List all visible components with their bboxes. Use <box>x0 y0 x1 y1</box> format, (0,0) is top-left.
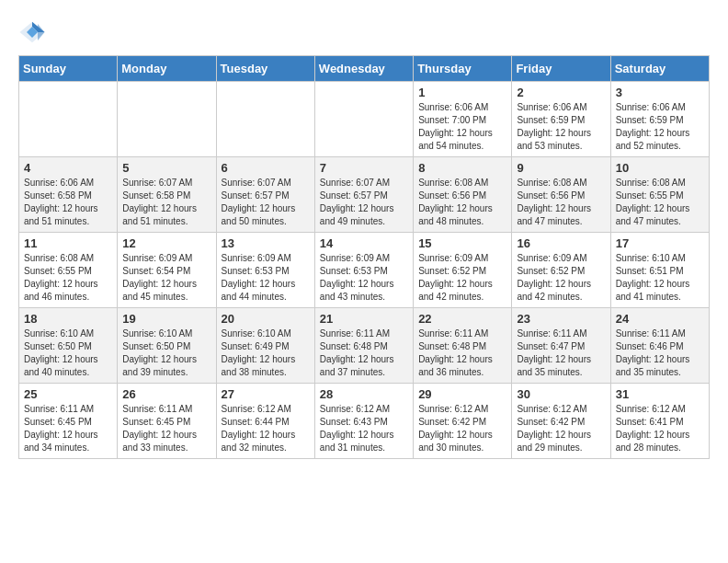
calendar-cell <box>216 82 314 157</box>
day-number: 15 <box>418 236 506 250</box>
cell-content: Sunrise: 6:11 AM Sunset: 6:45 PM Dayligh… <box>122 403 210 454</box>
calendar-week-5: 25Sunrise: 6:11 AM Sunset: 6:45 PM Dayli… <box>19 384 710 459</box>
calendar-cell: 17Sunrise: 6:10 AM Sunset: 6:51 PM Dayli… <box>610 233 709 308</box>
day-number: 11 <box>24 236 112 250</box>
day-number: 31 <box>616 387 704 401</box>
calendar-cell: 22Sunrise: 6:11 AM Sunset: 6:48 PM Dayli… <box>414 308 512 384</box>
day-number: 28 <box>320 387 408 401</box>
cell-content: Sunrise: 6:07 AM Sunset: 6:57 PM Dayligh… <box>222 177 310 228</box>
day-number: 7 <box>320 161 408 175</box>
calendar-cell: 2Sunrise: 6:06 AM Sunset: 6:59 PM Daylig… <box>512 82 610 157</box>
calendar-cell <box>314 82 413 157</box>
cell-content: Sunrise: 6:07 AM Sunset: 6:58 PM Dayligh… <box>122 177 210 228</box>
calendar-cell: 12Sunrise: 6:09 AM Sunset: 6:54 PM Dayli… <box>118 233 216 308</box>
day-number: 24 <box>616 312 704 326</box>
calendar-week-1: 1Sunrise: 6:06 AM Sunset: 7:00 PM Daylig… <box>19 82 710 157</box>
cell-content: Sunrise: 6:12 AM Sunset: 6:44 PM Dayligh… <box>222 403 310 454</box>
calendar-header: SundayMondayTuesdayWednesdayThursdayFrid… <box>19 56 710 82</box>
calendar-cell: 21Sunrise: 6:11 AM Sunset: 6:48 PM Dayli… <box>314 308 413 384</box>
cell-content: Sunrise: 6:09 AM Sunset: 6:52 PM Dayligh… <box>418 252 506 304</box>
header-cell-monday: Monday <box>118 56 216 82</box>
calendar-cell <box>118 82 216 157</box>
calendar-cell: 23Sunrise: 6:11 AM Sunset: 6:47 PM Dayli… <box>512 308 610 384</box>
page-container: SundayMondayTuesdayWednesdayThursdayFrid… <box>0 0 728 468</box>
day-number: 18 <box>24 312 112 326</box>
cell-content: Sunrise: 6:10 AM Sunset: 6:51 PM Dayligh… <box>616 252 704 304</box>
calendar-cell: 14Sunrise: 6:09 AM Sunset: 6:53 PM Dayli… <box>314 233 413 308</box>
day-number: 30 <box>517 387 605 401</box>
calendar-cell: 30Sunrise: 6:12 AM Sunset: 6:42 PM Dayli… <box>512 384 610 459</box>
day-number: 22 <box>418 312 506 326</box>
calendar-cell: 15Sunrise: 6:09 AM Sunset: 6:52 PM Dayli… <box>414 233 512 308</box>
day-number: 29 <box>418 387 506 401</box>
logo <box>18 18 48 46</box>
cell-content: Sunrise: 6:08 AM Sunset: 6:56 PM Dayligh… <box>517 177 605 228</box>
calendar-cell: 7Sunrise: 6:07 AM Sunset: 6:57 PM Daylig… <box>314 157 413 233</box>
header <box>18 18 710 46</box>
day-number: 6 <box>222 161 310 175</box>
cell-content: Sunrise: 6:09 AM Sunset: 6:52 PM Dayligh… <box>517 252 605 304</box>
calendar-cell: 16Sunrise: 6:09 AM Sunset: 6:52 PM Dayli… <box>512 233 610 308</box>
cell-content: Sunrise: 6:09 AM Sunset: 6:53 PM Dayligh… <box>222 252 310 304</box>
calendar-week-2: 4Sunrise: 6:06 AM Sunset: 6:58 PM Daylig… <box>19 157 710 233</box>
cell-content: Sunrise: 6:11 AM Sunset: 6:45 PM Dayligh… <box>24 403 112 454</box>
cell-content: Sunrise: 6:11 AM Sunset: 6:46 PM Dayligh… <box>616 327 704 379</box>
calendar-cell: 29Sunrise: 6:12 AM Sunset: 6:42 PM Dayli… <box>414 384 512 459</box>
day-number: 25 <box>24 387 112 401</box>
day-number: 5 <box>122 161 210 175</box>
day-number: 16 <box>517 236 605 250</box>
day-number: 27 <box>222 387 310 401</box>
calendar-table: SundayMondayTuesdayWednesdayThursdayFrid… <box>18 55 710 459</box>
calendar-cell <box>19 82 118 157</box>
calendar-week-4: 18Sunrise: 6:10 AM Sunset: 6:50 PM Dayli… <box>19 308 710 384</box>
cell-content: Sunrise: 6:08 AM Sunset: 6:55 PM Dayligh… <box>24 252 112 304</box>
calendar-cell: 24Sunrise: 6:11 AM Sunset: 6:46 PM Dayli… <box>610 308 709 384</box>
calendar-cell: 10Sunrise: 6:08 AM Sunset: 6:55 PM Dayli… <box>610 157 709 233</box>
cell-content: Sunrise: 6:06 AM Sunset: 6:59 PM Dayligh… <box>517 101 605 153</box>
calendar-cell: 20Sunrise: 6:10 AM Sunset: 6:49 PM Dayli… <box>216 308 314 384</box>
cell-content: Sunrise: 6:06 AM Sunset: 7:00 PM Dayligh… <box>418 101 506 153</box>
cell-content: Sunrise: 6:10 AM Sunset: 6:49 PM Dayligh… <box>222 327 310 379</box>
header-cell-wednesday: Wednesday <box>314 56 413 82</box>
logo-icon <box>18 18 46 46</box>
header-cell-tuesday: Tuesday <box>216 56 314 82</box>
day-number: 12 <box>122 236 210 250</box>
calendar-cell: 8Sunrise: 6:08 AM Sunset: 6:56 PM Daylig… <box>414 157 512 233</box>
calendar-cell: 18Sunrise: 6:10 AM Sunset: 6:50 PM Dayli… <box>19 308 118 384</box>
cell-content: Sunrise: 6:08 AM Sunset: 6:56 PM Dayligh… <box>418 177 506 228</box>
calendar-cell: 4Sunrise: 6:06 AM Sunset: 6:58 PM Daylig… <box>19 157 118 233</box>
cell-content: Sunrise: 6:10 AM Sunset: 6:50 PM Dayligh… <box>122 327 210 379</box>
cell-content: Sunrise: 6:11 AM Sunset: 6:48 PM Dayligh… <box>320 327 408 379</box>
calendar-cell: 6Sunrise: 6:07 AM Sunset: 6:57 PM Daylig… <box>216 157 314 233</box>
calendar-cell: 1Sunrise: 6:06 AM Sunset: 7:00 PM Daylig… <box>414 82 512 157</box>
cell-content: Sunrise: 6:11 AM Sunset: 6:47 PM Dayligh… <box>517 327 605 379</box>
day-number: 23 <box>517 312 605 326</box>
cell-content: Sunrise: 6:12 AM Sunset: 6:43 PM Dayligh… <box>320 403 408 454</box>
cell-content: Sunrise: 6:10 AM Sunset: 6:50 PM Dayligh… <box>24 327 112 379</box>
day-number: 10 <box>616 161 704 175</box>
cell-content: Sunrise: 6:12 AM Sunset: 6:42 PM Dayligh… <box>517 403 605 454</box>
calendar-cell: 28Sunrise: 6:12 AM Sunset: 6:43 PM Dayli… <box>314 384 413 459</box>
calendar-body: 1Sunrise: 6:06 AM Sunset: 7:00 PM Daylig… <box>19 82 710 459</box>
cell-content: Sunrise: 6:07 AM Sunset: 6:57 PM Dayligh… <box>320 177 408 228</box>
day-number: 8 <box>418 161 506 175</box>
day-number: 26 <box>122 387 210 401</box>
cell-content: Sunrise: 6:12 AM Sunset: 6:42 PM Dayligh… <box>418 403 506 454</box>
day-number: 3 <box>616 86 704 99</box>
cell-content: Sunrise: 6:11 AM Sunset: 6:48 PM Dayligh… <box>418 327 506 379</box>
day-number: 9 <box>517 161 605 175</box>
day-number: 1 <box>418 86 506 99</box>
calendar-cell: 26Sunrise: 6:11 AM Sunset: 6:45 PM Dayli… <box>118 384 216 459</box>
header-cell-saturday: Saturday <box>610 56 709 82</box>
day-number: 13 <box>222 236 310 250</box>
header-row: SundayMondayTuesdayWednesdayThursdayFrid… <box>19 56 710 82</box>
day-number: 20 <box>222 312 310 326</box>
calendar-cell: 31Sunrise: 6:12 AM Sunset: 6:41 PM Dayli… <box>610 384 709 459</box>
calendar-cell: 13Sunrise: 6:09 AM Sunset: 6:53 PM Dayli… <box>216 233 314 308</box>
day-number: 14 <box>320 236 408 250</box>
cell-content: Sunrise: 6:06 AM Sunset: 6:59 PM Dayligh… <box>616 101 704 153</box>
cell-content: Sunrise: 6:08 AM Sunset: 6:55 PM Dayligh… <box>616 177 704 228</box>
day-number: 19 <box>122 312 210 326</box>
cell-content: Sunrise: 6:09 AM Sunset: 6:53 PM Dayligh… <box>320 252 408 304</box>
calendar-cell: 25Sunrise: 6:11 AM Sunset: 6:45 PM Dayli… <box>19 384 118 459</box>
